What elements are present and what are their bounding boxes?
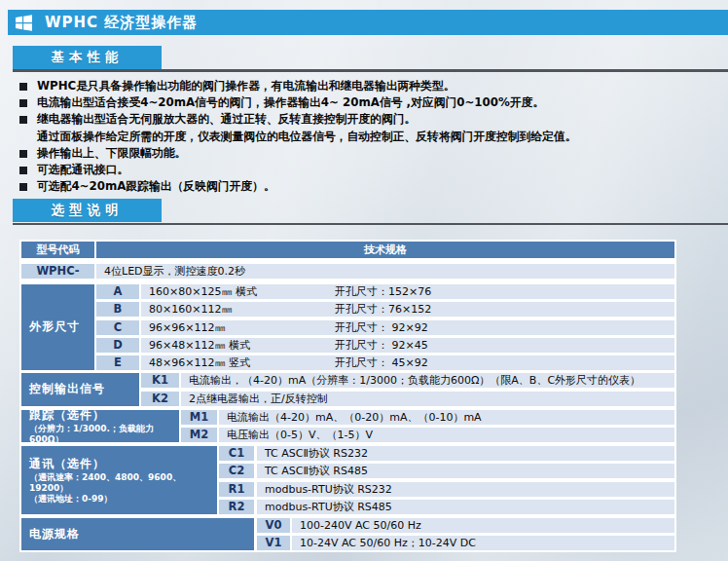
bullet-square-icon <box>19 150 27 158</box>
table-code-cell: K1 <box>141 373 179 388</box>
dimension-text: 160×80×125㎜ 横式 <box>149 284 335 299</box>
section-title-selection: 选型说明 <box>52 202 124 219</box>
group-label-text: 控制输出信号 <box>29 381 105 397</box>
cutout-size-text: 开孔尺寸：76×152 <box>335 302 431 317</box>
section-underline <box>13 69 728 72</box>
feature-line: 可选配4~20mA跟踪输出（反映阀门开度）。 <box>19 179 715 196</box>
table-code-cell: C <box>96 320 139 335</box>
table-content-cell: 80×160×112㎜开孔尺寸：76×152 <box>141 302 674 317</box>
feature-text: WPHC是只具备操作输出功能的阀门操作器，有电流输出和继电器输出两种类型。 <box>37 79 455 94</box>
group-sublabel-text: （分辨力：1/3000.；负载能力600Ω） <box>29 424 179 445</box>
table-content-cell: 电压输出（0-5）V、（1-5）V <box>219 428 674 442</box>
section-header-basic: 基本性能 <box>13 46 162 69</box>
feature-line: WPHC是只具备操作输出功能的阀门操作器，有电流输出和继电器输出两种类型。 <box>19 78 715 94</box>
feature-text: 通过面板操作给定所需的开度，仪表测量阀位的电位器信号，自动控制正、反转将阀门开度… <box>37 130 576 145</box>
table-content-cell: 96×96×112㎜开孔尺寸： 92×92 <box>141 320 674 335</box>
dimension-text: 96×48×112㎜ 横式 <box>149 338 335 353</box>
table-content-cell: TC ASCⅡ协议 RS232 <box>257 446 674 461</box>
table-code-cell: M1 <box>181 410 217 425</box>
page: WPHC 经济型操作器 基本性能 WPHC是只具备操作输出功能的阀门操作器，有电… <box>0 0 728 561</box>
section-header-selection: 选型说明 <box>13 199 162 222</box>
table-content-cell: 48×96×112㎜ 竖式开孔尺寸： 45×92 <box>141 355 674 370</box>
cutout-size-text: 开孔尺寸：152×76 <box>335 284 431 299</box>
table-code-cell: M2 <box>181 428 217 442</box>
group-sublabel-text: （通讯速率：2400、4800、9600、19200） <box>29 472 217 494</box>
table-group-label: 控制输出信号 <box>21 373 139 406</box>
bullet-square-icon <box>19 167 27 174</box>
table-group-label: 外形尺寸 <box>21 284 94 370</box>
table-group-label: 电源规格 <box>21 518 254 550</box>
table-header-tech-spec: 技术规格 <box>96 242 674 258</box>
section-underline <box>13 223 728 226</box>
page-title: WPHC 经济型操作器 <box>45 14 198 32</box>
feature-line: 通过面板操作给定所需的开度，仪表测量阀位的电位器信号，自动控制正、反转将阀门开度… <box>37 129 715 145</box>
table-content-cell: 10-24V AC 50/60 Hz；10-24V DC <box>292 536 674 550</box>
selection-table: 型号代码技术规格WPHC-4位LED显示，测控速度0.2秒外形尺寸A160×80… <box>21 242 674 553</box>
table-code-cell: V0 <box>257 518 290 533</box>
feature-line: 电流输出型适合接受4~20mA信号的阀门，操作器输出4~ 20mA信号 ,对应阀… <box>19 94 715 111</box>
group-label-text: 电源规格 <box>29 526 80 542</box>
table-code-cell: V1 <box>257 536 290 550</box>
feature-line: 可选配通讯接口。 <box>19 162 715 178</box>
table-content-cell: 96×48×112㎜ 横式开孔尺寸： 92×45 <box>141 338 674 353</box>
table-content-cell: 2点继电器输出，正/反转控制 <box>181 392 674 406</box>
table-code-cell: C1 <box>219 446 254 461</box>
section-title-basic: 基本性能 <box>52 49 124 66</box>
table-code-cell: C2 <box>219 464 254 478</box>
feature-line: 继电器输出型适合无伺服放大器的、通过正转、反转直接控制开度的阀门。 <box>19 112 715 129</box>
table-code-cell: E <box>96 355 139 370</box>
feature-text: 可选配4~20mA跟踪输出（反映阀门开度）。 <box>37 179 275 195</box>
title-bar: WPHC 经济型操作器 <box>8 10 728 35</box>
table-content-cell: TC ASCⅡ协议 RS485 <box>257 464 674 478</box>
feature-text: 继电器输出型适合无伺服放大器的、通过正转、反转直接控制开度的阀门。 <box>37 112 416 128</box>
feature-text: 电流输出型适合接受4~20mA信号的阀门，操作器输出4~ 20mA信号 ,对应阀… <box>37 95 544 111</box>
table-group-label: 通讯（选件）（通讯速率：2400、4800、9600、19200）（通讯地址：0… <box>21 446 217 514</box>
group-sublabel-text: （通讯地址：0-99） <box>29 494 113 505</box>
cutout-size-text: 开孔尺寸： 45×92 <box>335 355 428 370</box>
table-code-cell: R1 <box>219 482 254 497</box>
table-content-cell: modbus-RTU协议 RS485 <box>257 500 674 514</box>
feature-text: 操作输出上、下限限幅功能。 <box>37 146 186 162</box>
feature-text: 可选配通讯接口。 <box>37 163 128 178</box>
dimension-text: 80×160×112㎜ <box>149 302 335 317</box>
group-label-text: 外形尺寸 <box>29 318 80 335</box>
table-group-label: 跟踪（选件）（分辨力：1/3000.；负载能力600Ω） <box>21 410 179 442</box>
group-label-text: 跟踪（选件） <box>29 407 105 424</box>
feature-line: 操作输出上、下限限幅功能。 <box>19 145 715 162</box>
windows-logo-icon <box>16 15 32 31</box>
table-code-cell: R2 <box>219 500 254 514</box>
cutout-size-text: 开孔尺寸： 92×92 <box>335 320 428 335</box>
table-content-cell: modbus-RTU协议 RS232 <box>257 482 674 497</box>
model-code-cell: WPHC- <box>21 264 94 279</box>
table-content-cell: 电流输出（4-20）mA、（0-20）mA、（0-10）mA <box>219 410 674 425</box>
bullet-square-icon <box>19 183 27 191</box>
model-spec-cell: 4位LED显示，测控速度0.2秒 <box>96 264 674 279</box>
cutout-size-text: 开孔尺寸： 92×45 <box>335 338 428 353</box>
bullet-square-icon <box>19 99 27 107</box>
table-content-cell: 160×80×125㎜ 横式开孔尺寸：152×76 <box>141 284 674 299</box>
table-code-cell: D <box>96 338 139 353</box>
bullet-square-icon <box>19 116 27 124</box>
table-code-cell: K2 <box>141 392 179 406</box>
feature-list: WPHC是只具备操作输出功能的阀门操作器，有电流输出和继电器输出两种类型。电流输… <box>19 78 715 196</box>
bullet-square-icon <box>19 83 27 91</box>
table-header-model-code: 型号代码 <box>21 242 94 258</box>
table-content-cell: 电流输出，（4-20）mA（分辨率：1/3000；负载能力600Ω）（限A、B、… <box>181 373 674 388</box>
dimension-text: 48×96×112㎜ 竖式 <box>149 355 335 370</box>
group-label-text: 通讯（选件） <box>29 456 105 472</box>
table-code-cell: B <box>96 302 139 317</box>
table-code-cell: A <box>96 284 139 299</box>
table-content-cell: 100-240V AC 50/60 Hz <box>292 518 674 533</box>
dimension-text: 96×96×112㎜ <box>149 320 335 335</box>
